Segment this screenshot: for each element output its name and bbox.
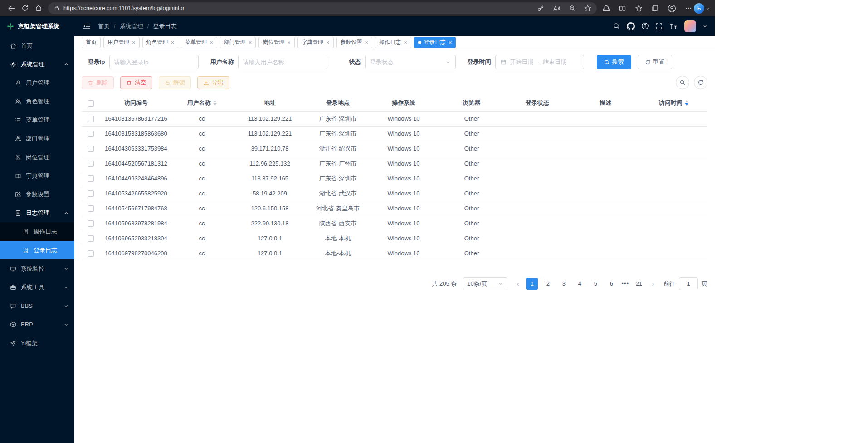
sidebar-item-user-mgmt[interactable]: 用户管理 (0, 73, 74, 92)
sidebar-item-sys-monitor[interactable]: 系统监控 (0, 259, 74, 278)
refresh-icon[interactable] (18, 2, 32, 15)
profile-icon[interactable] (668, 4, 676, 13)
search-icon[interactable] (613, 22, 620, 30)
prev-page-button[interactable]: ‹ (514, 280, 522, 287)
table-refresh-button[interactable] (694, 76, 707, 89)
page-button-5[interactable]: 5 (590, 278, 601, 290)
favorites-add-icon[interactable] (584, 5, 591, 12)
tab-home[interactable]: 首页 (82, 37, 101, 48)
sort-icon[interactable] (685, 100, 688, 106)
goto-page-input[interactable] (679, 277, 698, 290)
page-button-4[interactable]: 4 (574, 278, 585, 290)
sidebar-item-post-mgmt[interactable]: 岗位管理 (0, 148, 74, 166)
sidebar-item-role-mgmt[interactable]: 角色管理 (0, 92, 74, 111)
close-icon[interactable]: × (326, 39, 330, 45)
sidebar-collapse-icon[interactable] (83, 23, 91, 30)
sidebar-item-sys-tools[interactable]: 系统工具 (0, 278, 74, 297)
close-icon[interactable]: × (171, 39, 175, 45)
font-size-icon[interactable] (669, 23, 678, 30)
address-bar[interactable]: https://ccnetcore.com:1101/system/log/lo… (48, 2, 597, 14)
tab-role-mgmt[interactable]: 角色管理× (142, 37, 179, 48)
tab-menu-mgmt[interactable]: 菜单管理× (181, 37, 217, 48)
tab-login-log[interactable]: 登录日志× (414, 37, 456, 48)
extensions-icon[interactable] (602, 5, 610, 12)
chevron-down-icon[interactable] (702, 24, 707, 29)
close-icon[interactable]: × (210, 39, 213, 45)
row-checkbox[interactable] (88, 190, 94, 197)
breadcrumb-home[interactable]: 首页 (98, 22, 110, 30)
sidebar-item-login-log[interactable]: 登录日志 (0, 241, 74, 259)
chevron-down-icon[interactable] (705, 6, 710, 11)
home-icon[interactable] (32, 2, 45, 15)
status-select[interactable]: 登录状态 (365, 55, 456, 69)
sidebar-item-menu-mgmt[interactable]: 菜单管理 (0, 111, 74, 129)
tab-oper-log[interactable]: 操作日志× (375, 37, 411, 48)
fullscreen-icon[interactable] (655, 23, 663, 30)
password-key-icon[interactable] (537, 5, 544, 12)
sidebar-item-yi-framework[interactable]: Yi框架 (0, 334, 74, 352)
split-screen-icon[interactable] (619, 5, 626, 12)
collections-icon[interactable] (651, 5, 659, 12)
clear-button[interactable]: 清空 (120, 76, 152, 89)
unlock-button[interactable]: 解锁 (159, 76, 191, 89)
close-icon[interactable]: × (365, 39, 369, 45)
close-icon[interactable]: × (404, 39, 407, 45)
sidebar-item-system-mgmt[interactable]: 系统管理 (0, 55, 74, 73)
close-icon[interactable]: × (287, 39, 291, 45)
bing-icon[interactable] (694, 3, 704, 14)
tab-post-mgmt[interactable]: 岗位管理× (258, 37, 295, 48)
favorites-bar-icon[interactable] (635, 5, 643, 12)
breadcrumb-section[interactable]: 系统管理 (120, 22, 143, 30)
more-icon[interactable] (685, 5, 692, 12)
sidebar-item-log-mgmt[interactable]: 日志管理 (0, 204, 74, 222)
app-logo[interactable]: 意框架管理系统 (0, 16, 74, 36)
sidebar-item-erp[interactable]: ERP (0, 315, 74, 334)
page-size-select[interactable]: 10条/页 (463, 277, 507, 290)
search-button[interactable]: 搜索 (597, 55, 631, 69)
page-button-3[interactable]: 3 (558, 278, 570, 290)
row-checkbox[interactable] (88, 220, 94, 227)
date-range-picker[interactable]: 开始日期 - 结束日期 (495, 55, 584, 69)
back-icon[interactable] (5, 2, 18, 15)
row-checkbox[interactable] (88, 250, 94, 257)
page-button-last[interactable]: 21 (633, 278, 645, 290)
row-checkbox[interactable] (88, 175, 94, 182)
page-button-1[interactable]: 1 (526, 278, 538, 290)
export-button[interactable]: 导出 (197, 76, 229, 89)
github-icon[interactable] (627, 22, 635, 30)
close-icon[interactable]: × (132, 39, 136, 45)
row-checkbox[interactable] (88, 131, 94, 137)
page-button-6[interactable]: 6 (605, 278, 617, 290)
row-checkbox[interactable] (88, 161, 94, 167)
tab-dept-mgmt[interactable]: 部门管理× (220, 37, 256, 48)
select-all-checkbox[interactable] (88, 100, 94, 107)
sidebar-item-dict-mgmt[interactable]: 字典管理 (0, 166, 74, 185)
sidebar-item-param-settings[interactable]: 参数设置 (0, 185, 74, 204)
sidebar-item-home[interactable]: 首页 (0, 36, 74, 55)
avatar[interactable] (684, 20, 696, 32)
tab-dict-mgmt[interactable]: 字典管理× (297, 37, 334, 48)
row-checkbox[interactable] (88, 116, 94, 122)
delete-button[interactable]: 删除 (82, 76, 114, 89)
col-user-name[interactable]: 用户名称 (172, 95, 231, 111)
tab-user-mgmt[interactable]: 用户管理× (103, 37, 140, 48)
row-checkbox[interactable] (88, 146, 94, 152)
user-name-input[interactable] (238, 55, 327, 69)
close-icon[interactable]: × (449, 39, 452, 45)
sidebar-item-bbs[interactable]: BBS (0, 297, 74, 315)
close-icon[interactable]: × (249, 39, 252, 45)
tab-param-settings[interactable]: 参数设置× (336, 37, 373, 48)
read-aloud-icon[interactable] (552, 5, 561, 12)
next-page-button[interactable]: › (649, 280, 657, 287)
row-checkbox[interactable] (88, 235, 94, 242)
row-checkbox[interactable] (88, 205, 94, 212)
page-ellipsis[interactable]: ••• (621, 280, 629, 287)
sidebar-item-oper-log[interactable]: 操作日志 (0, 222, 74, 241)
sort-icon[interactable] (213, 100, 217, 106)
page-button-2[interactable]: 2 (542, 278, 554, 290)
zoom-icon[interactable] (569, 5, 576, 12)
help-icon[interactable] (641, 22, 649, 30)
sidebar-item-dept-mgmt[interactable]: 部门管理 (0, 129, 74, 148)
table-search-button[interactable] (676, 76, 689, 89)
login-ip-input[interactable] (109, 55, 199, 69)
